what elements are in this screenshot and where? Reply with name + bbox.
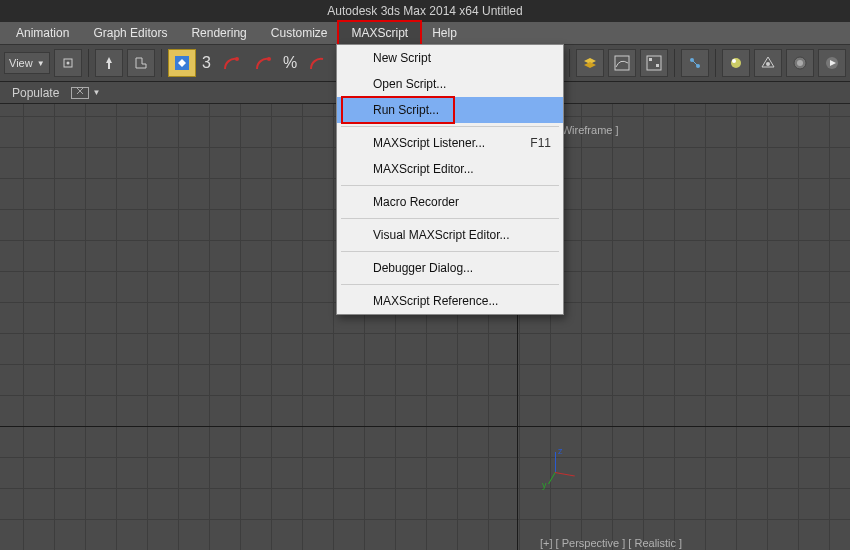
reference-coord-label: View [9,57,33,69]
svg-point-3 [235,57,239,61]
svg-point-16 [766,62,770,66]
populate-tab[interactable]: Populate [12,86,59,100]
menu-maxscript-label: MAXScript [351,26,408,40]
material-editor-button[interactable] [722,49,750,77]
snaps-toggle-button[interactable] [168,49,196,77]
svg-rect-8 [615,56,629,70]
menu-item-new-script[interactable]: New Script [337,45,563,71]
schematic-view-button[interactable] [681,49,709,77]
menu-separator [341,284,559,285]
menu-item-run-script[interactable]: Run Script... [337,97,563,123]
svg-rect-11 [656,64,659,67]
render-frame-button[interactable] [786,49,814,77]
curve-editor-button[interactable] [608,49,636,77]
menu-item-maxscript-reference[interactable]: MAXScript Reference... [337,288,563,314]
chevron-down-icon: ▼ [37,59,45,68]
menu-separator [341,251,559,252]
menu-item-macro-recorder[interactable]: Macro Recorder [337,189,563,215]
menu-graph-editors[interactable]: Graph Editors [81,22,179,44]
menu-item-maxscript-listener[interactable]: MAXScript Listener...F11 [337,130,563,156]
menu-separator [341,185,559,186]
percent-snap-toggle-button[interactable] [249,49,277,77]
menu-item-open-script[interactable]: Open Script... [337,71,563,97]
viewport-label-bottom-right[interactable]: [+] [ Perspective ] [ Realistic ] [540,537,682,549]
use-pivot-center-button[interactable] [54,49,82,77]
svg-point-1 [67,62,70,65]
percent-label: % [283,54,297,72]
menu-item-debugger-dialog[interactable]: Debugger Dialog... [337,255,563,281]
menu-animation[interactable]: Animation [4,22,81,44]
maxscript-dropdown-menu: New Script Open Script... Run Script... … [336,44,564,315]
dope-sheet-button[interactable] [640,49,668,77]
envelope-icon[interactable]: ▼ [71,87,100,99]
svg-point-14 [731,58,741,68]
spinner-snap-button[interactable] [303,49,331,77]
menu-customize[interactable]: Customize [259,22,340,44]
svg-point-15 [732,59,736,63]
menu-rendering[interactable]: Rendering [179,22,258,44]
menubar: Animation Graph Editors Rendering Custom… [0,22,850,44]
angle-snap-toggle-button[interactable] [217,49,245,77]
menu-separator [341,126,559,127]
menu-item-visual-maxscript-editor[interactable]: Visual MAXScript Editor... [337,222,563,248]
window-title: Autodesk 3ds Max 2014 x64 Untitled [0,0,850,22]
angle-snap-value: 3 [202,54,211,72]
menu-maxscript[interactable]: MAXScript [339,22,420,44]
svg-point-4 [267,57,271,61]
menu-help[interactable]: Help [420,22,469,44]
svg-point-18 [797,60,803,66]
keyboard-shortcut-override-button[interactable] [127,49,155,77]
menu-item-maxscript-editor[interactable]: MAXScript Editor... [337,156,563,182]
axis-gizmo-icon: z y [546,472,566,492]
menu-separator [341,218,559,219]
reference-coord-dropdown[interactable]: View ▼ [4,52,50,74]
render-button[interactable] [818,49,846,77]
select-manipulate-button[interactable] [95,49,123,77]
layer-manager-button[interactable] [576,49,604,77]
svg-rect-10 [649,58,652,61]
render-setup-button[interactable] [754,49,782,77]
